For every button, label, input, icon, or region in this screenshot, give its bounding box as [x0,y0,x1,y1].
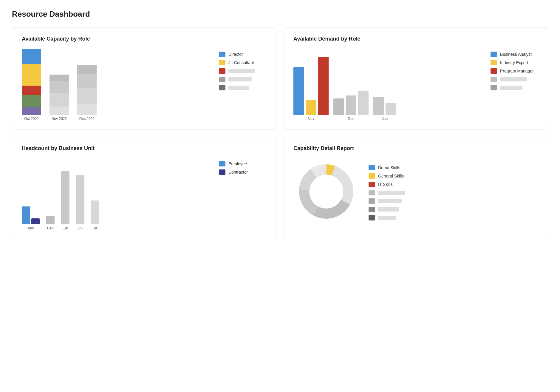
dashboard-grid: Available Capacity by Role Oct 2022 [12,27,548,239]
it-skills-swatch [369,182,375,187]
headcount-legend: Employee Contractor [219,159,267,175]
demand-jan-2 [386,103,396,115]
capability-chart-area: Demo Skills General Skills IT Skills [293,159,538,224]
demand-dec-2 [346,95,356,115]
legend-cap-5 [369,198,416,204]
legend-employee: Employee [219,161,267,166]
cap7-swatch [369,215,375,220]
legend-ie: Industry Expert [491,60,538,65]
pm-label: Program Manager [500,69,534,73]
pm-swatch [491,68,497,74]
cap4-label [228,77,252,81]
cap3-label [228,69,255,73]
director-label: Director [228,52,243,57]
dem4-label [500,77,527,81]
label-dec: Dec 2022 [79,117,95,121]
legend-it-skills: IT Skills [369,182,416,187]
legend-dem5 [491,85,538,90]
bar-oct [22,49,41,115]
hc-aus-emp [22,206,30,224]
legend-contractor: Contractor [219,169,267,175]
demand-legend: Business Analyst Industry Expert Program… [491,49,538,90]
demo-skills-swatch [369,165,375,170]
hc-us-emp [76,175,84,224]
page-title: Resource Dashboard [12,10,548,19]
cap3-swatch [219,68,225,74]
hc-eur-emp [61,171,69,224]
hc-us-label: US [78,226,83,230]
demand-dec-label: Dec [348,117,354,121]
hc-eur-label: Eur [63,226,68,230]
demand-bars: Nov Dec [293,49,483,121]
ie-label: Industry Expert [500,60,528,65]
ie-swatch [491,60,497,65]
dem5-swatch [491,85,497,90]
cap6-swatch [369,207,375,212]
cap5-swatch2 [369,198,375,204]
legend-demo-skills: Demo Skills [369,165,416,170]
capacity-bars: Oct 2022 Nov 2022 [22,49,212,121]
capacity-chart-area: Oct 2022 Nov 2022 [22,49,267,121]
bar-nov [49,49,69,115]
headcount-bars: Aus Can Eur [22,159,212,230]
legend-cap-4 [369,190,416,195]
capability-title: Capability Detail Report [293,145,538,152]
jr-consultant-label: Jr. Consultant [228,60,254,65]
employee-label: Employee [228,161,247,166]
cap5-swatch [219,85,225,90]
demand-dec-3 [358,91,369,115]
demand-dec-bars [333,49,369,115]
headcount-card: Headcount by Business Unit Aus [12,137,276,239]
legend-cap3 [219,68,267,74]
label-oct: Oct 2022 [24,117,39,121]
legend-cap5 [219,85,267,90]
hc-eur-bars [61,159,69,224]
cap5-label2 [378,199,402,203]
cap7-label [378,216,396,220]
it-skills-label: IT Skills [378,182,393,187]
hc-can-emp [46,216,55,224]
dem5-label [500,86,522,90]
demand-nov-ie [306,100,316,115]
hc-uk-label: UK [93,226,98,230]
cap4-swatch [219,77,225,82]
demand-jan-label: Jan [382,117,388,121]
demo-skills-label: Demo Skills [378,165,400,170]
legend-cap4 [219,77,267,82]
legend-ba: Business Analyst [491,52,538,57]
contractor-label: Contractor [228,170,248,175]
label-nov: Nov 2022 [52,117,67,121]
general-skills-swatch [369,173,375,179]
contractor-swatch [219,169,225,175]
cap4-swatch2 [369,190,375,195]
legend-pm: Program Manager [491,68,538,74]
donut-chart [293,159,359,224]
demand-nov-label: Nov [308,117,314,121]
legend-jr-consultant: Jr. Consultant [219,60,267,65]
demand-jan-bars [373,49,396,115]
hc-can-bars [46,159,55,224]
cap4-label2 [378,191,405,195]
employee-swatch [219,161,225,166]
capacity-legend: Director Jr. Consultant [219,49,267,90]
demand-jan-1 [373,97,384,115]
headcount-chart-area: Aus Can Eur [22,159,267,230]
legend-cap-6 [369,207,416,212]
cap6-label [378,207,399,212]
hc-aus-bars [22,159,40,224]
cap5-label [228,86,249,90]
hc-us-bars [76,159,84,224]
capability-legend: Demo Skills General Skills IT Skills [369,163,416,220]
demand-card: Available Demand by Role Nov [284,27,548,129]
svg-point-8 [310,175,343,208]
dem4-swatch [491,77,497,82]
demand-nov-ba [293,67,304,115]
hc-aus-label: Aus [28,226,34,230]
ba-swatch [491,52,497,57]
hc-uk-bars [91,159,99,224]
capability-card: Capability Detail Report [284,137,548,239]
general-skills-label: General Skills [378,174,404,178]
legend-dem4 [491,77,538,82]
hc-can-label: Can [47,226,54,230]
demand-chart-area: Nov Dec [293,49,538,121]
